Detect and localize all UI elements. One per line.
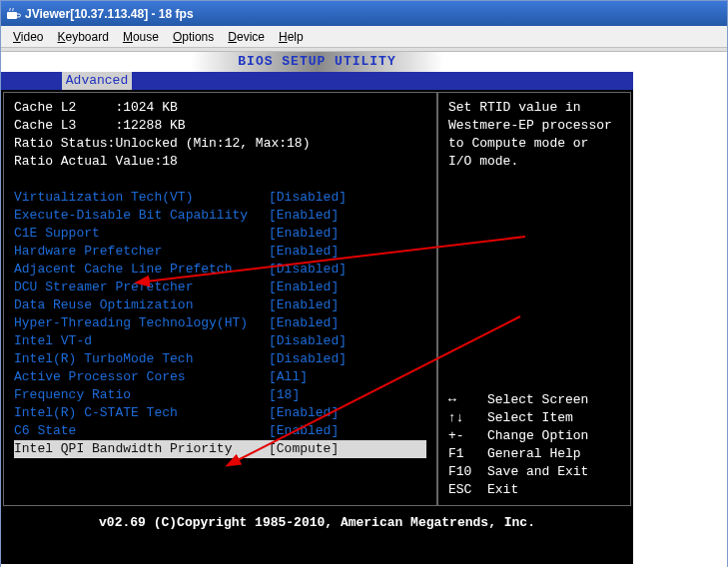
setting-label: Execute-Disable Bit Capability (14, 207, 269, 225)
setting-row[interactable]: C6 State[Enabled] (14, 422, 426, 440)
setting-row[interactable]: Execute-Disable Bit Capability[Enabled] (14, 207, 426, 225)
help-line: to Compute mode or (448, 135, 620, 153)
info-ratio-actual: Ratio Actual Value:18 (14, 153, 426, 171)
nav-general-help: F1 General Help (448, 445, 620, 463)
setting-label: Intel QPI Bandwidth Priority (14, 440, 269, 458)
setting-label: Hardware Prefetcher (14, 243, 269, 261)
tab-advanced[interactable]: Advanced (62, 72, 132, 90)
setting-label: Data Reuse Optimization (14, 296, 269, 314)
setting-value: [Disabled] (269, 189, 347, 207)
setting-row[interactable]: Active Processor Cores[All] (14, 368, 426, 386)
nav-select-screen: ↔ Select Screen (448, 391, 620, 409)
setting-value: [All] (269, 368, 308, 386)
setting-row[interactable]: Intel(R) C-STATE Tech[Enabled] (14, 404, 426, 422)
bios-screen: BIOS SETUP UTILITY Main Advanced Cache L… (1, 52, 633, 564)
setting-row[interactable]: C1E Support[Enabled] (14, 225, 426, 243)
setting-label: C6 State (14, 422, 269, 440)
setting-value: [Disabled] (269, 261, 347, 279)
help-line: Set RTID value in (448, 99, 620, 117)
bios-title: BIOS SETUP UTILITY (1, 52, 633, 72)
setting-label: Active Processor Cores (14, 368, 269, 386)
bios-right-pane: Set RTID value in Westmere-EP processor … (438, 93, 630, 505)
setting-label: Intel(R) C-STATE Tech (14, 404, 269, 422)
nav-exit: ESC Exit (448, 481, 620, 499)
setting-label: Virtualization Tech(VT) (14, 189, 269, 207)
menu-device[interactable]: Device (222, 29, 271, 45)
setting-value: [Enabled] (269, 296, 339, 314)
setting-value: [Compute] (269, 440, 339, 458)
menu-help[interactable]: Help (273, 29, 310, 45)
help-line: Westmere-EP processor (448, 117, 620, 135)
window-title: JViewer[10.37.113.48] - 18 fps (25, 7, 194, 21)
menu-options[interactable]: Options (167, 29, 220, 45)
info-cache-l3: Cache L3 :12288 KB (14, 117, 426, 135)
setting-value: [Enabled] (269, 314, 339, 332)
setting-row[interactable]: Intel QPI Bandwidth Priority[Compute] (14, 440, 426, 458)
setting-value: [Enabled] (269, 243, 339, 261)
setting-label: Hyper-Threading Technology(HT) (14, 314, 269, 332)
bios-left-pane: Cache L2 :1024 KB Cache L3 :12288 KB Rat… (4, 93, 438, 505)
nav-select-item: ↑↓ Select Item (448, 409, 620, 427)
menu-bar: Video Keyboard Mouse Options Device Help (1, 26, 727, 48)
setting-row[interactable]: Hardware Prefetcher[Enabled] (14, 243, 426, 261)
setting-row[interactable]: Adjacent Cache Line Prefetch[Disabled] (14, 261, 426, 279)
setting-row[interactable]: Frequency Ratio[18] (14, 386, 426, 404)
setting-label: DCU Streamer Prefetcher (14, 279, 269, 296)
setting-row[interactable]: Virtualization Tech(VT)[Disabled] (14, 189, 426, 207)
menu-keyboard[interactable]: Keyboard (51, 29, 114, 45)
setting-row[interactable]: Intel(R) TurboMode Tech[Disabled] (14, 350, 426, 368)
info-ratio-status: Ratio Status:Unlocked (Min:12, Max:18) (14, 135, 426, 153)
info-cache-l2: Cache L2 :1024 KB (14, 99, 426, 117)
setting-label: Intel VT-d (14, 332, 269, 350)
setting-row[interactable]: Data Reuse Optimization[Enabled] (14, 296, 426, 314)
setting-row[interactable]: Intel VT-d[Disabled] (14, 332, 426, 350)
setting-label: C1E Support (14, 225, 269, 243)
nav-change-option: +- Change Option (448, 427, 620, 445)
bios-footer: v02.69 (C)Copyright 1985-2010, American … (1, 508, 633, 538)
setting-row[interactable]: Hyper-Threading Technology(HT)[Enabled] (14, 314, 426, 332)
setting-value: [18] (269, 386, 300, 404)
bios-tabs[interactable]: Main Advanced (1, 72, 633, 90)
setting-label: Intel(R) TurboMode Tech (14, 350, 269, 368)
setting-label: Adjacent Cache Line Prefetch (14, 261, 269, 279)
setting-value: [Enabled] (269, 422, 339, 440)
setting-value: [Enabled] (269, 279, 339, 296)
setting-value: [Enabled] (269, 404, 339, 422)
menu-mouse[interactable]: Mouse (117, 29, 165, 45)
menu-video[interactable]: Video (7, 29, 49, 45)
nav-save-exit: F10 Save and Exit (448, 463, 620, 481)
help-line: I/O mode. (448, 153, 620, 171)
setting-label: Frequency Ratio (14, 386, 269, 404)
window-titlebar: JViewer[10.37.113.48] - 18 fps (1, 1, 727, 26)
setting-row[interactable]: DCU Streamer Prefetcher[Enabled] (14, 279, 426, 296)
svg-rect-0 (7, 12, 17, 19)
setting-value: [Enabled] (269, 207, 339, 225)
java-icon (5, 6, 21, 22)
setting-value: [Disabled] (269, 350, 347, 368)
setting-value: [Disabled] (269, 332, 347, 350)
setting-value: [Enabled] (269, 225, 339, 243)
